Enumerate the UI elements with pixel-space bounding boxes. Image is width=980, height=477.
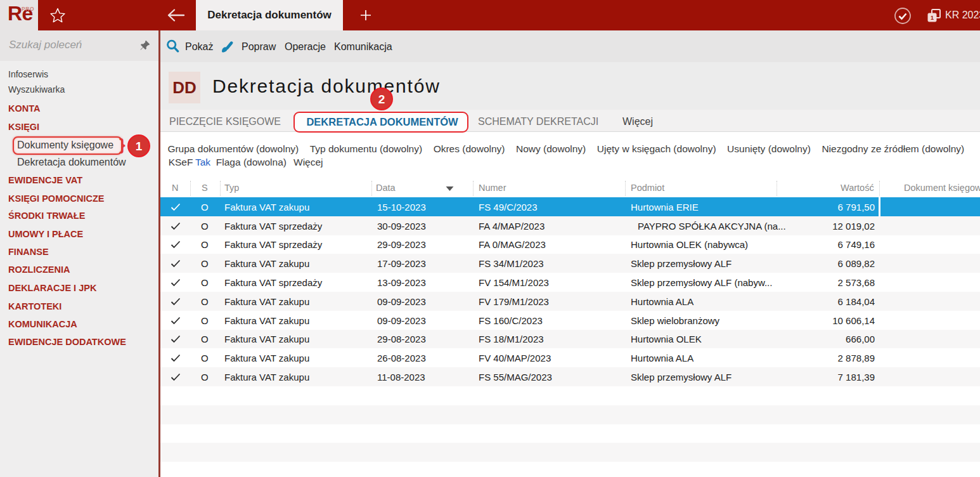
svg-text:1: 1 (931, 15, 934, 21)
